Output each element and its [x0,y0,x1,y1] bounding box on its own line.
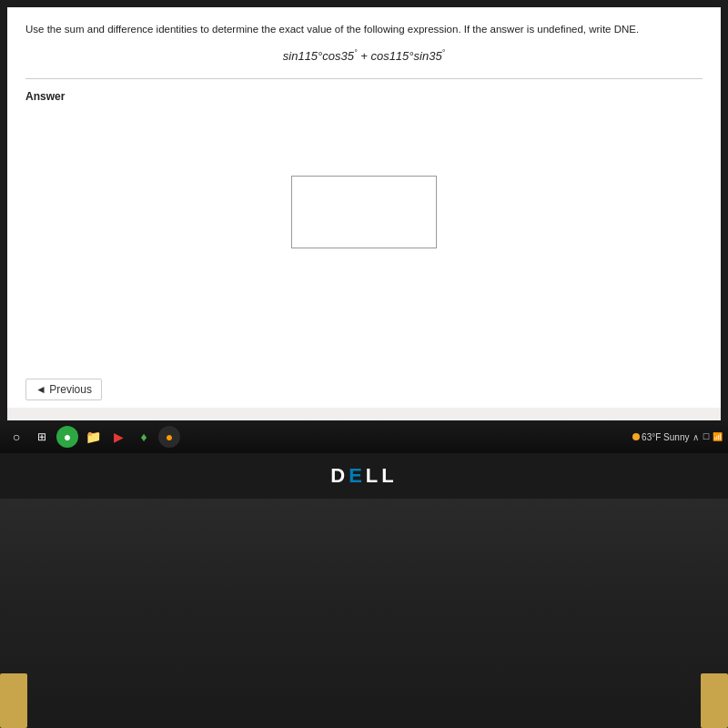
dell-logo: DELL [330,464,397,488]
taskbar: ○ ⊞ ● 📁 ▶ ♦ ● 63°F Sunny ∧ ☐ 📶 [0,420,728,453]
folder-icon[interactable]: 📁 [82,426,104,448]
webpage-content: Use the sum and difference identities to… [7,7,721,408]
corner-left-piece [0,673,27,728]
corner-right-piece [701,673,728,728]
weather-icon [632,433,640,440]
previous-button[interactable]: ◄ Previous [25,379,102,400]
taskbar-right: 63°F Sunny ∧ ☐ 📶 [632,432,723,442]
taskbar-icons-right: ☐ 📶 [703,432,723,441]
taskbar-caret: ∧ [693,432,699,442]
app-icon-3[interactable]: ● [158,426,180,448]
weather-info: 63°F Sunny [632,432,689,442]
answer-input-box[interactable] [291,176,437,248]
laptop-body: Use the sum and difference identities to… [0,0,728,728]
start-icon[interactable]: ○ [5,426,27,448]
video-icon[interactable]: ▶ [107,426,129,448]
screen-bezel: Use the sum and difference identities to… [0,0,728,455]
app-icon-2[interactable]: ♦ [133,426,155,448]
weather-text: 63°F Sunny [642,432,689,442]
screen-display: Use the sum and difference identities to… [7,7,721,444]
question-text: Use the sum and difference identities to… [25,22,703,37]
search-icon[interactable]: ⊞ [31,426,53,448]
answer-label: Answer [25,90,703,103]
laptop-chassis: 🔉F3 ⏮⏭F4 ⏮▶F5 ⏭⏭F6 F7 🔇F8 🔍F9 F10 F11 ✱F… [0,499,728,728]
divider [25,78,703,79]
dell-branding-bar: DELL [0,453,728,499]
browser-icon[interactable]: ● [56,426,78,448]
math-expression: sin115°cos35° + cos115°sin35° [25,48,703,63]
